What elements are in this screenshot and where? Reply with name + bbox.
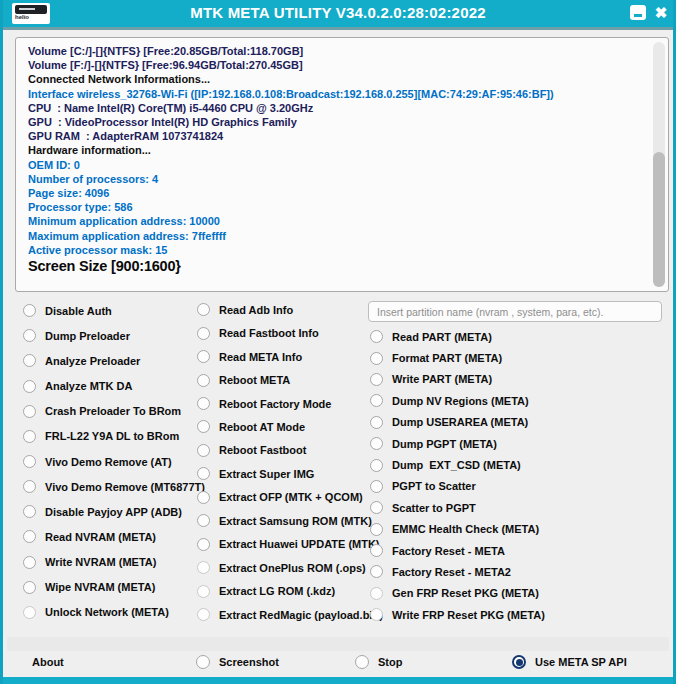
log-line: CPU : Name Intel(R) Core(TM) i5-4460 CPU… [28,101,646,115]
radio-icon [370,373,383,386]
radio-option[interactable]: Vivo Demo Remove (AT) [23,449,205,474]
log-line: Volume [C:/]-[]{NTFS} [Free:20.85GB/Tota… [28,44,646,58]
radio-option-label: EMMC Health Check (META) [392,523,539,535]
radio-option[interactable]: Read Fastboot Info [197,321,383,344]
radio-option[interactable]: Reboot Factory Mode [197,392,383,415]
radio-option[interactable]: Extract Super IMG [197,462,383,485]
radio-option-label: Stop [378,656,402,668]
radio-option[interactable]: Extract Huawei UPDATE (MTK) [197,533,383,556]
log-line: Maximum application address: 7ffeffff [28,229,646,243]
radio-option[interactable]: EMMC Health Check (META) [370,519,545,540]
radio-option[interactable]: Scatter to PGPT [370,497,545,518]
radio-option[interactable]: Reboot META [197,368,383,391]
log-line: Processor type: 586 [28,200,646,214]
radio-option[interactable]: Write FRP Reset PKG (META) [370,604,545,625]
radio-option[interactable]: Extract Samsung ROM (MTK) [197,509,383,532]
radio-option-label: Read Adb Info [219,304,293,316]
radio-option[interactable]: PGPT to Scatter [370,476,545,497]
radio-option-label: FRL-L22 Y9A DL to BRom [45,430,179,442]
radio-option-label: Use META SP API [535,656,627,668]
radio-icon [512,655,526,669]
radio-option-label: Read META Info [219,351,302,363]
radio-option[interactable]: Disable Auth [23,298,205,323]
radio-option[interactable]: FRL-L22 Y9A DL to BRom [23,424,205,449]
radio-icon [23,505,36,518]
radio-option[interactable]: Read Adb Info [197,298,383,321]
radio-option[interactable]: Extract RedMagic (payload.bin) [197,603,383,626]
option-column-left: Disable Auth Dump Preloader Analyze Prel… [23,298,205,625]
radio-option[interactable]: Read NVRAM (META) [23,524,205,549]
radio-option[interactable]: Vivo Demo Remove (MT6877T) [23,474,205,499]
radio-icon [197,303,210,316]
radio-option-label: Dump EXT_CSD (META) [392,459,521,471]
close-button[interactable]: ✖ [652,3,670,23]
radio-option[interactable]: Factory Reset - META2 [370,561,545,582]
log-line: Connected Network Informations... [28,72,646,86]
radio-option-label: Scatter to PGPT [392,502,476,514]
radio-option[interactable]: Factory Reset - META [370,540,545,561]
option-column-middle: Read Adb Info Read Fastboot Info Read ME… [197,298,383,626]
radio-option[interactable]: Dump PGPT (META) [370,433,545,454]
partition-name-input[interactable] [368,301,662,322]
radio-option[interactable]: Dump NV Regions (META) [370,390,545,411]
radio-option-label: Reboot Factory Mode [219,398,331,410]
stop-radio[interactable]: Stop [355,654,402,670]
radio-option[interactable]: Reboot AT Mode [197,415,383,438]
radio-option-label: Read PART (META) [392,331,492,343]
radio-option[interactable]: Reboot Fastboot [197,439,383,462]
radio-option[interactable]: Dump USERAREA (META) [370,412,545,433]
radio-icon [197,467,210,480]
radio-option[interactable]: Disable Payjoy APP (ADB) [23,499,205,524]
radio-option-label: Screenshot [219,656,279,668]
radio-option[interactable]: Write PART (META) [370,369,545,390]
radio-option-label: Disable Payjoy APP (ADB) [45,506,182,518]
radio-option[interactable]: Unlock Network (META) [23,600,205,625]
log-line: Volume [F:/]-[]{NTFS} [Free:96.94GB/Tota… [28,58,646,72]
log-line: OEM ID: 0 [28,158,646,172]
radio-option-label: Vivo Demo Remove (AT) [45,456,172,468]
radio-option[interactable]: Extract OFP (MTK + QCOM) [197,486,383,509]
log-scrollbar-track[interactable] [653,42,665,287]
screenshot-radio[interactable]: Screenshot [196,654,279,670]
radio-option-label: Gen FRP Reset PKG (META) [392,587,539,599]
radio-option[interactable]: Extract OnePlus ROM (.ops) [197,556,383,579]
radio-option[interactable]: Analyze MTK DA [23,373,205,398]
log-scrollbar-thumb[interactable] [653,152,665,287]
radio-option-label: Reboot AT Mode [219,421,305,433]
log-line: Active processor mask: 15 [28,243,646,257]
log-line: Page size: 4096 [28,186,646,200]
radio-option[interactable]: Gen FRP Reset PKG (META) [370,583,545,604]
radio-option[interactable]: Read META Info [197,345,383,368]
radio-option[interactable]: Dump Preloader [23,323,205,348]
minimize-button[interactable] [630,5,646,20]
radio-option[interactable]: Crash Preloader To BRom [23,399,205,424]
radio-option-label: Extract OnePlus ROM (.ops) [219,562,366,574]
radio-icon [23,480,36,493]
radio-option[interactable]: Write NVRAM (META) [23,550,205,575]
radio-option[interactable]: Read PART (META) [370,326,545,347]
log-line: Minimum application address: 10000 [28,214,646,228]
radio-icon [197,350,210,363]
use-meta-sp-api-radio[interactable]: Use META SP API [512,654,627,670]
radio-option[interactable]: Analyze Preloader [23,348,205,373]
radio-option-label: Extract Samsung ROM (MTK) [219,515,372,527]
radio-option-label: Reboot META [219,374,290,386]
radio-option-label: Reboot Fastboot [219,444,306,456]
radio-option[interactable]: Format PART (META) [370,347,545,368]
radio-icon [23,430,36,443]
radio-icon [370,544,383,557]
log-output-box[interactable]: Volume [C:/]-[]{NTFS} [Free:20.85GB/Tota… [15,37,669,292]
radio-icon [370,608,383,621]
radio-option-label: Vivo Demo Remove (MT6877T) [45,481,205,493]
radio-option[interactable]: Wipe NVRAM (META) [23,575,205,600]
radio-option-label: Factory Reset - META [392,545,505,557]
radio-option[interactable]: Dump EXT_CSD (META) [370,454,545,475]
radio-icon [370,459,383,472]
about-button[interactable]: About [32,656,64,668]
window-bottom-border [0,677,676,684]
radio-icon [23,606,36,619]
radio-option-label: Analyze MTK DA [45,380,132,392]
radio-option[interactable]: Extract LG ROM (.kdz) [197,579,383,602]
radio-option-label: Extract Huawei UPDATE (MTK) [219,538,380,550]
bottom-divider-band [7,637,669,651]
